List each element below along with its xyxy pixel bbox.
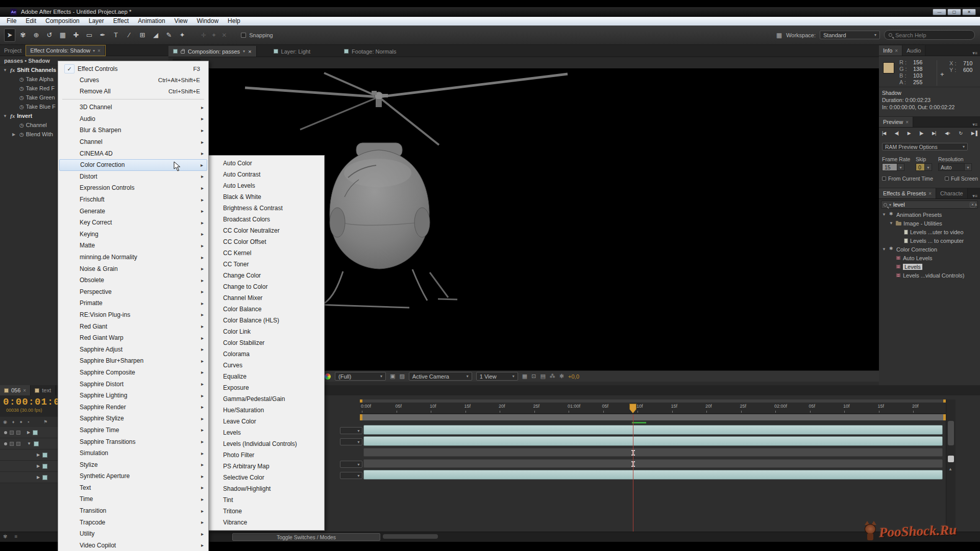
- menubar-item[interactable]: Effect: [109, 17, 133, 26]
- close-tab-icon[interactable]: ×: [23, 388, 26, 393]
- menubar-item[interactable]: Animation: [133, 17, 169, 26]
- submenu-item[interactable]: Hue/Saturation: [210, 405, 323, 416]
- transport-button[interactable]: ▶▐: [971, 131, 977, 136]
- menu-category-item[interactable]: Sapphire Transitions ▸: [59, 436, 207, 447]
- menu-category-item[interactable]: Distort ▸: [59, 171, 207, 183]
- submenu-item[interactable]: Channel Mixer: [210, 292, 323, 304]
- menu-category-item[interactable]: Key Correct ▸: [59, 217, 207, 229]
- region-of-interest-icon[interactable]: ▣: [390, 373, 395, 380]
- submenu-item[interactable]: CC Color Offset: [210, 236, 323, 247]
- parent-dropdown[interactable]: ▼: [340, 461, 362, 468]
- submenu-item[interactable]: Color Balance (HLS): [210, 315, 323, 326]
- from-current-time-checkbox[interactable]: From Current Time: [882, 176, 933, 182]
- menubar-item[interactable]: Help: [223, 17, 245, 26]
- grid-guides-icon[interactable]: ▦: [522, 373, 527, 380]
- menubar-item[interactable]: Layer: [84, 17, 109, 26]
- submenu-item[interactable]: Change to Color: [210, 281, 323, 292]
- menu-category-item[interactable]: Obsolete ▸: [59, 274, 207, 286]
- tool-button[interactable]: ▭: [84, 29, 95, 42]
- expand-icon[interactable]: ✾: [3, 534, 7, 539]
- timeline-vertical-scrollbar[interactable]: ▲: [946, 399, 955, 532]
- twirl-icon[interactable]: ▼: [3, 114, 8, 118]
- menu-category-item[interactable]: Time ▸: [59, 493, 207, 505]
- tab-footage-normals[interactable]: Footage: Normals: [339, 46, 401, 57]
- menu-category-item[interactable]: Sapphire Blur+Sharpen ▸: [59, 355, 207, 367]
- presets-search-value[interactable]: level: [893, 202, 968, 208]
- submenu-item[interactable]: PS Arbitrary Map: [210, 461, 323, 472]
- visibility-dot-icon[interactable]: [4, 442, 7, 445]
- view-layout-dropdown[interactable]: 1 View ▾: [476, 372, 518, 381]
- preset-tree-item[interactable]: Levels ... to computer: [879, 236, 980, 245]
- presets-search-box[interactable]: ▾ level ×: [881, 201, 978, 209]
- close-button[interactable]: ✕: [962, 9, 976, 15]
- full-screen-checkbox[interactable]: Full Screen: [945, 176, 978, 182]
- visibility-dot-icon[interactable]: [4, 431, 7, 434]
- preset-tree-item[interactable]: ▼ Color Correction: [879, 245, 980, 254]
- tab-character[interactable]: Characte: [936, 188, 968, 198]
- tab-timeline-text[interactable]: text: [31, 385, 56, 395]
- menu-category-item[interactable]: Synthetic Aperture ▸: [59, 470, 207, 482]
- twirl-icon[interactable]: ▶: [37, 464, 40, 468]
- menu-category-item[interactable]: Audio ▸: [59, 113, 207, 125]
- tool-button[interactable]: ✦: [177, 29, 188, 42]
- menu-category-item[interactable]: Blur & Sharpen ▸: [59, 124, 207, 136]
- switch-box-icon[interactable]: [16, 431, 20, 435]
- close-tab-icon[interactable]: ×: [928, 191, 932, 196]
- snapping-checkbox[interactable]: [241, 33, 246, 38]
- menubar-item[interactable]: Edit: [21, 17, 41, 26]
- exposure-offset-value[interactable]: +0,0: [568, 373, 579, 380]
- timeline-horizontal-scrollbar[interactable]: [383, 534, 438, 539]
- menu-category-item[interactable]: minning.de Normality ▸: [59, 252, 207, 263]
- layer-duration-bar[interactable]: [363, 448, 943, 457]
- menu-category-item[interactable]: Video Copilot ▸: [59, 540, 207, 551]
- frame-rate-value[interactable]: 15: [882, 163, 897, 171]
- layer-color-chip[interactable]: [33, 430, 38, 435]
- submenu-item[interactable]: Photo Filter: [210, 449, 323, 461]
- menu-category-item[interactable]: Text ▸: [59, 482, 207, 494]
- menu-category-item[interactable]: Sapphire Render ▸: [59, 401, 207, 413]
- menu-category-item[interactable]: 3D Channel ▸: [59, 102, 207, 113]
- tab-info[interactable]: Info ×: [879, 45, 902, 56]
- twirl-icon[interactable]: ▶: [27, 430, 30, 435]
- layer-color-chip[interactable]: [34, 441, 39, 446]
- chevron-down-icon[interactable]: ▾: [925, 163, 932, 171]
- tab-project[interactable]: Project: [0, 45, 26, 56]
- submenu-item[interactable]: Levels (Individual Controls): [210, 438, 323, 449]
- exposure-icon[interactable]: ✻: [559, 373, 564, 380]
- menu-category-item[interactable]: Sapphire Adjust ▸: [59, 343, 207, 355]
- panel-menu-icon[interactable]: ▾≡: [972, 122, 980, 127]
- channel-color-icon[interactable]: [325, 373, 331, 380]
- menubar-item[interactable]: File: [2, 17, 21, 26]
- chevron-down-icon[interactable]: ▾: [243, 49, 245, 54]
- submenu-item[interactable]: Color Link: [210, 326, 323, 337]
- tab-audio[interactable]: Audio: [902, 45, 925, 56]
- tool-button[interactable]: ✒: [97, 29, 108, 42]
- close-tab-icon[interactable]: ×: [248, 48, 251, 55]
- tool-button[interactable]: ∕: [124, 29, 135, 42]
- tool-button[interactable]: ✚: [70, 29, 82, 42]
- menu-category-item[interactable]: Red Giant Warp ▸: [59, 332, 207, 344]
- layer-color-chip[interactable]: [42, 475, 47, 480]
- chevron-down-icon[interactable]: ▾: [897, 163, 904, 171]
- layer-duration-bar[interactable]: [363, 459, 943, 468]
- layer-duration-bar[interactable]: [363, 425, 943, 435]
- submenu-item[interactable]: Equalize: [210, 371, 323, 382]
- menu-category-item[interactable]: Sapphire Composite ▸: [59, 367, 207, 379]
- transport-button[interactable]: ◀»: [945, 131, 950, 136]
- lock-icon[interactable]: [181, 51, 185, 54]
- tab-layer-light[interactable]: Layer: Light: [269, 46, 315, 57]
- menu-category-item[interactable]: Stylize ▸: [59, 459, 207, 470]
- tool-button[interactable]: ↺: [44, 29, 55, 42]
- submenu-item[interactable]: Vibrance: [210, 517, 323, 528]
- video-visibility-icon[interactable]: ◉: [3, 419, 7, 424]
- search-help-box[interactable]: Search Help: [884, 30, 975, 40]
- minimize-button[interactable]: —: [933, 9, 946, 15]
- shy-layers-icon[interactable]: [948, 456, 954, 462]
- menu-category-item[interactable]: Expression Controls ▸: [59, 182, 207, 194]
- tool-button[interactable]: ▦: [57, 29, 68, 42]
- snapshot-icon[interactable]: ▤: [540, 373, 545, 380]
- menu-category-item[interactable]: Trapcode ▸: [59, 516, 207, 528]
- preset-tree-item[interactable]: Levels: [879, 262, 980, 271]
- twirl-icon[interactable]: ▼: [882, 212, 887, 217]
- workspace-dropdown[interactable]: Standard ▾: [820, 31, 880, 39]
